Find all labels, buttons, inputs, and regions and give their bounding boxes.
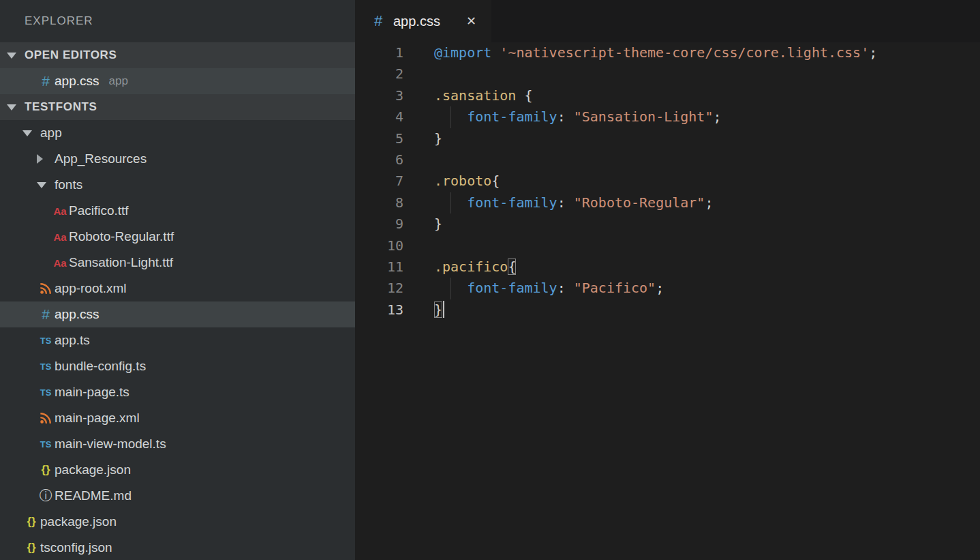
tree-item[interactable]: TSmain-view-model.ts	[0, 431, 355, 457]
tree-item[interactable]: TSbundle-config.ts	[0, 353, 355, 379]
line-number: 10	[355, 235, 403, 256]
tree-item-label: main-view-model.ts	[55, 437, 166, 452]
font-file-icon: Aa	[51, 205, 69, 217]
tree-item-label: bundle-config.ts	[55, 359, 146, 374]
code-line[interactable]: 6	[355, 149, 980, 171]
chevron-down-icon	[7, 53, 25, 59]
code-text: font-family: "Roboto-Regular";	[434, 192, 713, 213]
code-text: font-family: "Sansation-Light";	[434, 106, 721, 128]
readme-info-icon: ⓘ	[37, 487, 55, 505]
tree-item-label: app.css	[55, 307, 99, 322]
json-file-icon: {}	[37, 463, 55, 477]
chevron-down-icon[interactable]	[37, 182, 55, 188]
tree-folder[interactable]: app	[0, 120, 355, 146]
css-file-icon: #	[37, 73, 55, 89]
font-file-icon: Aa	[51, 231, 69, 243]
tree-item[interactable]: ⓘREADME.md	[0, 483, 355, 509]
tree-item[interactable]: {}package.json	[0, 457, 355, 483]
tree-item[interactable]: #app.css	[0, 301, 355, 327]
open-editor-item[interactable]: #app.cssapp	[0, 68, 355, 94]
open-editor-detail: app	[108, 74, 127, 88]
code-text: .roboto{	[434, 171, 500, 192]
line-number: 9	[355, 213, 403, 235]
line-number: 1	[355, 42, 403, 63]
line-number: 6	[355, 149, 403, 171]
code-editor[interactable]: 1@import '~nativescript-theme-core/css/c…	[355, 42, 980, 560]
code-text: .sansation {	[434, 85, 533, 106]
code-line[interactable]: 9}	[355, 213, 980, 235]
triangle-expanded-icon	[22, 130, 32, 136]
json-file-icon: {}	[22, 515, 40, 529]
code-text: @import '~nativescript-theme-core/css/co…	[434, 42, 877, 63]
tree-item-label: main-page.ts	[55, 385, 129, 400]
code-line[interactable]: 3.sansation {	[355, 85, 980, 106]
line-number: 2	[355, 63, 403, 85]
code-text: }	[434, 128, 442, 149]
code-line[interactable]: 10	[355, 235, 980, 256]
tab-icon-slot: #	[370, 12, 393, 30]
tree-item-label: app	[40, 126, 62, 141]
code-line[interactable]: 5}	[355, 128, 980, 149]
tab-label: app.css	[393, 14, 440, 29]
triangle-collapsed-icon	[37, 154, 43, 164]
tree-item[interactable]: TSmain-page.ts	[0, 379, 355, 405]
tree-folder[interactable]: fonts	[0, 172, 355, 198]
code-text: .pacifico{	[434, 256, 516, 278]
chevron-down-icon	[7, 104, 25, 110]
json-file-icon: {}	[22, 541, 40, 555]
triangle-expanded-icon	[7, 104, 16, 110]
typescript-file-icon: TS	[37, 439, 55, 450]
code-line[interactable]: 1@import '~nativescript-theme-core/css/c…	[355, 42, 980, 63]
workspace-label: TESTFONTS	[25, 100, 97, 114]
code-line[interactable]: 12 font-family: "Pacifico";	[355, 278, 980, 299]
font-file-icon: Aa	[51, 257, 69, 269]
typescript-file-icon: TS	[37, 387, 55, 398]
triangle-expanded-icon	[37, 182, 46, 188]
close-icon[interactable]: ✕	[466, 14, 476, 29]
line-number: 4	[355, 106, 403, 128]
code-line[interactable]: 2	[355, 63, 980, 85]
open-editors-label: OPEN EDITORS	[25, 48, 117, 62]
tree-item[interactable]: {}package.json	[0, 509, 355, 535]
tree-folder[interactable]: App_Resources	[0, 146, 355, 172]
code-text: }	[434, 213, 442, 235]
tree-item-label: Pacifico.ttf	[69, 203, 129, 218]
editor-area: # app.css ✕ 1@import '~nativescript-them…	[355, 0, 980, 560]
code-line[interactable]: 13}	[355, 299, 980, 321]
tree-item-label: app-root.xml	[55, 281, 127, 296]
tree-item[interactable]: main-page.xml	[0, 405, 355, 431]
code-text: font-family: "Pacifico";	[434, 278, 664, 299]
css-file-icon: #	[37, 306, 55, 323]
code-line[interactable]: 8 font-family: "Roboto-Regular";	[355, 192, 980, 213]
tree-item-label: Roboto-Regular.ttf	[69, 229, 174, 244]
tree-item[interactable]: app-root.xml	[0, 276, 355, 301]
line-number: 13	[355, 299, 403, 321]
line-number: 5	[355, 128, 403, 149]
tab-app-css[interactable]: # app.css ✕	[355, 0, 491, 42]
tree-item-label: package.json	[40, 514, 117, 529]
open-editors-header[interactable]: OPEN EDITORS	[0, 42, 355, 68]
line-number: 7	[355, 171, 403, 192]
tab-bar: # app.css ✕	[355, 0, 980, 42]
chevron-right-icon[interactable]	[37, 154, 55, 164]
tree-item[interactable]: AaSansation-Light.ttf	[0, 250, 355, 276]
code-line[interactable]: 4 font-family: "Sansation-Light";	[355, 106, 980, 128]
css-file-icon: #	[370, 12, 386, 30]
code-line[interactable]: 7.roboto{	[355, 171, 980, 192]
workspace-header[interactable]: TESTFONTS	[0, 94, 355, 120]
tree-item[interactable]: TSapp.ts	[0, 327, 355, 353]
xml-file-icon	[37, 282, 55, 295]
tree-item-label: Sansation-Light.ttf	[69, 255, 173, 270]
tree-item-label: README.md	[55, 488, 132, 503]
file-tree: appApp_ResourcesfontsAaPacifico.ttfAaRob…	[0, 120, 355, 560]
tree-item[interactable]: AaRoboto-Regular.ttf	[0, 224, 355, 250]
tree-item[interactable]: AaPacifico.ttf	[0, 198, 355, 224]
line-number: 12	[355, 278, 403, 299]
tree-item-label: main-page.xml	[55, 411, 140, 426]
chevron-down-icon[interactable]	[22, 130, 40, 136]
code-line[interactable]: 11.pacifico{	[355, 256, 980, 278]
explorer-title: EXPLORER	[0, 0, 355, 42]
vscode-window: EXPLORER OPEN EDITORS #app.cssapp TESTFO…	[0, 0, 980, 560]
triangle-expanded-icon	[7, 53, 16, 59]
tree-item[interactable]: {}tsconfig.json	[0, 535, 355, 560]
